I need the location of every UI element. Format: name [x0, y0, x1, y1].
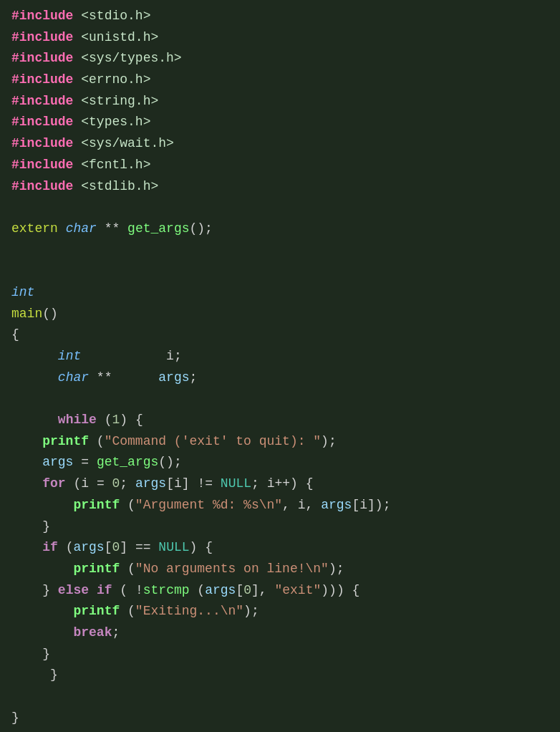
code-line: #include <string.h> — [0, 91, 560, 112]
code-line: #include <fcntl.h> — [0, 155, 560, 176]
code-line: while (1) { — [0, 410, 560, 431]
code-line: } — [0, 665, 560, 686]
code-line — [0, 261, 560, 282]
code-line: } — [0, 516, 560, 538]
code-line: printf ("Exiting...\n"); — [0, 601, 560, 622]
code-line: args = get_args(); — [0, 452, 560, 473]
code-line — [0, 388, 560, 410]
code-line: break; — [0, 622, 560, 644]
code-line: #include <stdlib.h> — [0, 176, 560, 198]
code-line: #include <errno.h> — [0, 69, 560, 91]
code-line: #include <stdio.h> — [0, 6, 560, 27]
code-editor: #include <stdio.h>#include <unistd.h>#in… — [0, 0, 560, 732]
code-line: { — [0, 324, 560, 346]
code-line — [0, 197, 560, 218]
code-line — [0, 686, 560, 708]
code-line: } — [0, 708, 560, 729]
code-line: printf ("Command ('exit' to quit): "); — [0, 431, 560, 453]
code-line: printf ("Argument %d: %s\n", i, args[i])… — [0, 495, 560, 516]
code-line: int i; — [0, 346, 560, 367]
code-line: extern char ** get_args(); — [0, 218, 560, 240]
code-line: #include <unistd.h> — [0, 27, 560, 49]
code-line: #include <types.h> — [0, 112, 560, 133]
code-line: } else if ( !strcmp (args[0], "exit"))) … — [0, 580, 560, 602]
code-line: printf ("No arguments on line!\n"); — [0, 559, 560, 580]
code-line: #include <sys/types.h> — [0, 48, 560, 69]
code-line: int — [0, 282, 560, 304]
code-line: char ** args; — [0, 367, 560, 389]
code-line: #include <sys/wait.h> — [0, 133, 560, 155]
code-line: for (i = 0; args[i] != NULL; i++) { — [0, 473, 560, 495]
code-line — [0, 240, 560, 261]
code-line: if (args[0] == NULL) { — [0, 537, 560, 559]
code-line: main() — [0, 304, 560, 325]
code-line: } — [0, 644, 560, 665]
